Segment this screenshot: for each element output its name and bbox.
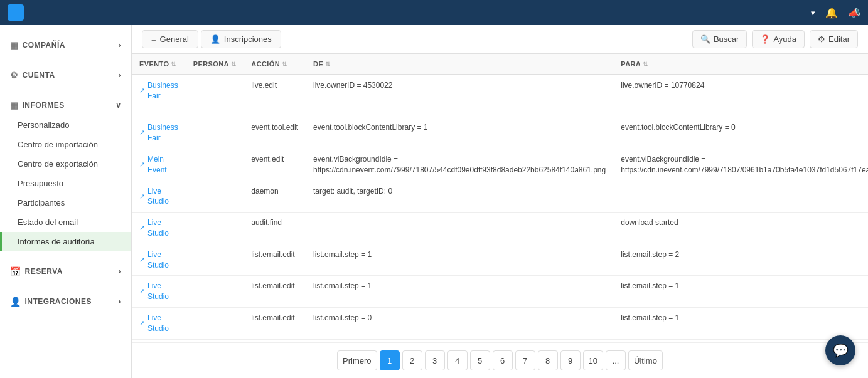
cell-para-5: list.email.step = 2 bbox=[613, 244, 868, 276]
sidebar-item-centro-importacion[interactable]: Centro de importación bbox=[0, 135, 131, 154]
buscar-icon: 🔍 bbox=[700, 34, 710, 44]
cell-para-3 bbox=[613, 181, 868, 213]
event-link-3[interactable]: ↗Live Studio bbox=[139, 186, 178, 207]
sidebar-header-cuenta[interactable]: ⚙CUENTA› bbox=[0, 65, 131, 85]
pagination-page-10[interactable]: 10 bbox=[583, 350, 603, 370]
cell-para-4: download started bbox=[613, 213, 868, 244]
sidebar-header-integraciones[interactable]: 👤INTEGRACIONES› bbox=[0, 291, 131, 312]
sort-accion: ⇅ bbox=[282, 61, 287, 68]
cell-persona-7 bbox=[186, 307, 244, 339]
external-link-icon: ↗ bbox=[139, 255, 145, 265]
event-link-1[interactable]: ↗Business Fair bbox=[139, 122, 178, 144]
pagination-page-7[interactable]: 7 bbox=[515, 350, 535, 370]
cell-accion-0: live.edit bbox=[244, 75, 306, 117]
sidebar-section-label: CUENTA bbox=[23, 71, 55, 80]
external-link-icon: ↗ bbox=[139, 160, 145, 169]
sidebar-header-reserva[interactable]: 📅RESERVA› bbox=[0, 261, 131, 281]
table-row: ↗Live Studiodaemontarget: audit, targetI… bbox=[132, 181, 868, 213]
user-name[interactable]: ▾ bbox=[811, 8, 815, 18]
sidebar-item-participantes[interactable]: Participantes bbox=[0, 193, 131, 213]
col-header-para[interactable]: PARA⇅ bbox=[613, 54, 868, 75]
reserva-section-icon: 📅 bbox=[10, 266, 21, 276]
pagination-first[interactable]: Primero bbox=[337, 350, 377, 370]
cell-accion-1: event.tool.edit bbox=[244, 117, 306, 149]
sidebar-section-informes: ▦INFORMES∨PersonalizadoCentro de importa… bbox=[0, 90, 131, 256]
pagination-page-5[interactable]: 5 bbox=[470, 350, 490, 370]
external-link-icon: ↗ bbox=[139, 128, 145, 137]
cell-evento-2: ↗Mein Event bbox=[132, 149, 186, 181]
editar-button[interactable]: ⚙Editar bbox=[810, 30, 858, 48]
event-link-6[interactable]: ↗Live Studio bbox=[139, 281, 178, 302]
cell-persona-4 bbox=[186, 213, 244, 244]
cell-persona-6 bbox=[186, 276, 244, 308]
pagination-page-1[interactable]: 1 bbox=[380, 350, 400, 370]
pagination-page-4[interactable]: 4 bbox=[447, 350, 468, 370]
buscar-button[interactable]: 🔍Buscar bbox=[692, 30, 747, 48]
pagination-page-2[interactable]: 2 bbox=[402, 350, 422, 370]
cell-accion-6: list.email.edit bbox=[244, 276, 306, 308]
inscripciones-tab-icon: 👤 bbox=[210, 34, 220, 44]
cell-evento-4: ↗Live Studio bbox=[132, 213, 186, 244]
sidebar-section-arrow: › bbox=[119, 267, 122, 276]
event-link-4[interactable]: ↗Live Studio bbox=[139, 218, 178, 239]
sidebar-item-centro-exportacion[interactable]: Centro de exportación bbox=[0, 154, 131, 174]
cell-de-4 bbox=[306, 213, 613, 244]
pagination-last[interactable]: Último bbox=[628, 350, 663, 370]
sidebar-item-estado-email[interactable]: Estado del email bbox=[0, 213, 131, 232]
chat-bubble[interactable]: 💬 bbox=[825, 335, 855, 365]
table-row: ↗Live Studioaudit.finddownload started[d… bbox=[132, 213, 868, 244]
top-nav: ▾ 🔔 📣 bbox=[0, 0, 868, 25]
megaphone-icon[interactable]: 📣 bbox=[848, 7, 860, 19]
col-header-evento[interactable]: EVENTO⇅ bbox=[132, 54, 186, 75]
col-header-persona[interactable]: PERSONA⇅ bbox=[186, 54, 244, 75]
tab-inscripciones[interactable]: 👤Inscripciones bbox=[201, 30, 281, 48]
editar-label: Editar bbox=[828, 34, 850, 44]
cell-de-6: list.email.step = 1 bbox=[306, 276, 613, 308]
sidebar-section-label: INFORMES bbox=[23, 101, 65, 110]
table-row: ↗Live Studiolist.email.editlist.email.st… bbox=[132, 307, 868, 339]
col-header-de[interactable]: DE⇅ bbox=[306, 54, 613, 75]
top-nav-right: ▾ 🔔 📣 bbox=[811, 7, 860, 19]
event-link-7[interactable]: ↗Live Studio bbox=[139, 313, 178, 334]
cell-evento-1: ↗Business Fair bbox=[132, 117, 186, 149]
event-link-0[interactable]: ↗Business Fair bbox=[139, 80, 178, 102]
table-row: ↗Live Studiolist.email.editlist.email.st… bbox=[132, 244, 868, 276]
sidebar-header-informes[interactable]: ▦INFORMES∨ bbox=[0, 95, 131, 115]
audit-table: EVENTO⇅PERSONA⇅ACCIÓN⇅DE⇅PARA⇅OBJETIVOS⇅… bbox=[132, 54, 868, 342]
sidebar-section-arrow: ∨ bbox=[115, 101, 122, 110]
notification-icon[interactable]: 🔔 bbox=[825, 7, 838, 19]
main-layout: ▦COMPAÑÍA›⚙CUENTA›▦INFORMES∨Personalizad… bbox=[0, 25, 868, 378]
tab-bar: ≡General👤Inscripciones 🔍Buscar❓Ayuda⚙Edi… bbox=[132, 25, 868, 54]
cell-accion-3: daemon bbox=[244, 181, 306, 213]
pagination-page-6[interactable]: 6 bbox=[493, 350, 513, 370]
general-tab-icon: ≡ bbox=[151, 34, 156, 44]
buscar-label: Buscar bbox=[714, 34, 739, 44]
sidebar-section-cuenta: ⚙CUENTA› bbox=[0, 60, 131, 90]
cell-para-0: live.ownerID = 10770824 bbox=[613, 75, 868, 117]
sidebar: ▦COMPAÑÍA›⚙CUENTA›▦INFORMES∨Personalizad… bbox=[0, 25, 132, 378]
sidebar-section-label: RESERVA bbox=[25, 267, 63, 276]
cell-persona-1 bbox=[186, 117, 244, 149]
event-link-5[interactable]: ↗Live Studio bbox=[139, 249, 178, 271]
sidebar-item-informes-auditoria[interactable]: Informes de auditoría bbox=[0, 232, 131, 251]
table-row: ↗Live Studiolist.email.editlist.email.st… bbox=[132, 276, 868, 308]
sidebar-item-presupuesto[interactable]: Presupuesto bbox=[0, 174, 131, 193]
sidebar-header-compania[interactable]: ▦COMPAÑÍA› bbox=[0, 35, 131, 55]
top-nav-left bbox=[8, 4, 34, 21]
cell-evento-0: ↗Business Fair bbox=[132, 75, 186, 117]
pagination-page-3[interactable]: 3 bbox=[425, 350, 445, 370]
col-header-accion[interactable]: ACCIÓN⇅ bbox=[244, 54, 306, 75]
event-link-2[interactable]: ↗Mein Event bbox=[139, 154, 178, 176]
integraciones-section-icon: 👤 bbox=[10, 297, 21, 307]
tab-general[interactable]: ≡General bbox=[142, 30, 198, 48]
cell-de-7: list.email.step = 0 bbox=[306, 307, 613, 339]
pagination-page-8[interactable]: 8 bbox=[538, 350, 558, 370]
sort-persona: ⇅ bbox=[231, 61, 236, 68]
sidebar-section-compania: ▦COMPAÑÍA› bbox=[0, 30, 131, 60]
ayuda-icon: ❓ bbox=[760, 34, 770, 44]
ayuda-button[interactable]: ❓Ayuda bbox=[752, 30, 805, 48]
cell-accion-2: event.edit bbox=[244, 149, 306, 181]
pagination-page-9[interactable]: 9 bbox=[560, 350, 581, 370]
sidebar-item-personalizado[interactable]: Personalizado bbox=[0, 115, 131, 135]
cell-de-0: live.ownerID = 4530022 bbox=[306, 75, 613, 117]
